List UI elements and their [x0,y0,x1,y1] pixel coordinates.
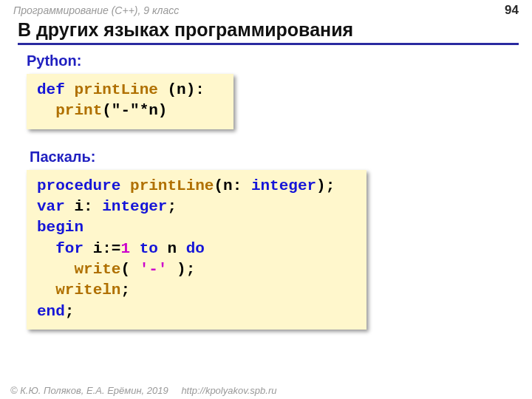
pascal-label: Паскаль: [30,149,532,166]
write-call: write [74,261,120,278]
kw-begin: begin [37,219,83,236]
close-paren: ); [316,177,335,194]
fn-name: printLine [74,81,157,98]
authors: © К.Ю. Поляков, Е.А. Ерёмин, 2019 [10,385,168,396]
print-call: print [55,102,102,119]
kw-do: do [186,240,205,257]
pascal-code-block: procedure printLine(n: integer); var i: … [27,170,366,330]
params: (n): [158,81,205,98]
python-label: Python: [27,52,532,69]
course-label: Программирование (C++), 9 класс [13,4,179,16]
pascal-line-2: var i: integer; [37,197,356,217]
pascal-line-1: procedure printLine(n: integer); [37,176,356,197]
open-paren: (n: [214,177,250,194]
writeln-call: writeln [55,282,120,299]
pascal-line-5: write( '-' ); [37,259,356,280]
page-number: 94 [505,3,519,18]
num-one: 1 [120,240,130,257]
slide-title: В других языках программирования [18,19,519,45]
pascal-line-3: begin [37,217,356,238]
type-integer: integer [251,177,316,194]
dash-literal: '-' [140,261,168,278]
fn-name-pascal: printLine [130,177,214,194]
python-line-2: print("-"*n) [37,100,223,121]
python-code-block: def printLine (n): print("-"*n) [27,74,233,129]
semi: ; [167,198,177,215]
kw-def: def [37,81,65,98]
slide-header: Программирование (C++), 9 класс 94 [0,0,532,18]
slide-footer: © К.Ю. Поляков, Е.А. Ерёмин, 2019 http:/… [10,385,276,396]
kw-for: for [55,240,83,257]
type-integer-2: integer [102,198,167,215]
kw-var: var [37,198,65,215]
kw-end: end [37,303,65,320]
footer-url: http://kpolyakov.spb.ru [181,385,276,396]
indent [37,102,55,119]
pascal-line-6: writeln; [37,280,356,301]
kw-to: to [140,240,158,257]
kw-procedure: procedure [37,177,120,194]
python-line-1: def printLine (n): [37,80,223,100]
var-decl: i: [65,198,102,215]
pascal-line-7: end; [37,301,356,322]
pascal-line-4: for i:=1 to n do [37,239,356,259]
print-args: ("-"*n) [102,102,167,119]
